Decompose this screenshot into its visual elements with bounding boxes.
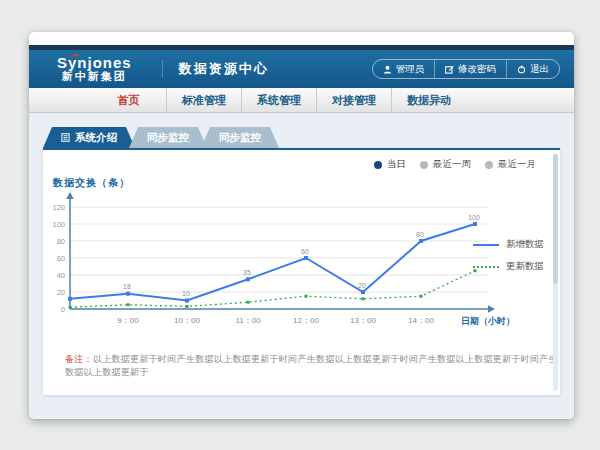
legend-line-solid-icon <box>473 244 499 246</box>
document-icon <box>61 133 70 142</box>
tab-sync-monitor-1-label: 同步监控 <box>147 127 189 148</box>
svg-text:10：00: 10：00 <box>174 316 200 325</box>
radio-dot-selected-icon <box>374 161 382 169</box>
svg-text:35: 35 <box>243 269 251 276</box>
admin-user-label: 管理员 <box>396 63 425 76</box>
data-exchange-line-chart: 0204060801001209：0010：0011：0012：0013：001… <box>48 192 518 332</box>
svg-text:80: 80 <box>57 237 65 246</box>
svg-text:13：00: 13：00 <box>350 316 376 325</box>
nav-item-interface-mgmt[interactable]: 对接管理 <box>316 88 391 112</box>
svg-text:0: 0 <box>61 305 65 314</box>
svg-text:11：00: 11：00 <box>235 316 261 325</box>
tab-system-intro[interactable]: 系统介绍 <box>43 127 135 148</box>
svg-text:18: 18 <box>123 283 131 290</box>
main-window: Synjones 新中新集团 数据资源中心 管理员 修改密码 退出 首页 标准管… <box>29 32 574 419</box>
svg-text:9：00: 9：00 <box>117 316 139 325</box>
change-password-label: 修改密码 <box>458 63 496 76</box>
radio-last-month[interactable]: 最近一月 <box>485 158 536 171</box>
app-header: Synjones 新中新集团 数据资源中心 管理员 修改密码 退出 <box>29 50 574 88</box>
chart-y-axis-title: 数据交换（条） <box>53 176 130 190</box>
tab-bar: 系统介绍 同步监控 同步监控 <box>43 127 574 148</box>
legend-item-updated-data: 更新数据 <box>473 260 544 273</box>
svg-text:60: 60 <box>301 248 309 255</box>
svg-text:10: 10 <box>182 290 190 297</box>
nav-item-standard-mgmt[interactable]: 标准管理 <box>166 88 241 112</box>
footnote: 备注：以上数据更新于时间产生数据以上数据更新于时间产生数据以上数据更新于时间产生… <box>65 353 560 379</box>
chart-legend: 新增数据 更新数据 <box>473 238 544 282</box>
tab-system-intro-label: 系统介绍 <box>75 127 117 148</box>
svg-text:120: 120 <box>52 203 65 212</box>
svg-text:14：00: 14：00 <box>408 316 434 325</box>
scrollbar-thumb[interactable] <box>553 154 558 284</box>
panel-scrollbar[interactable] <box>553 154 558 391</box>
logout-label: 退出 <box>530 63 549 76</box>
radio-today-label: 当日 <box>387 158 406 171</box>
svg-text:100: 100 <box>468 214 480 221</box>
nav-item-data-change[interactable]: 数据异动 <box>391 88 466 112</box>
radio-today[interactable]: 当日 <box>374 158 406 171</box>
svg-text:100: 100 <box>52 220 65 229</box>
radio-last-week-label: 最近一周 <box>433 158 471 171</box>
svg-text:12：00: 12：00 <box>293 316 319 325</box>
legend-updated-data-label: 更新数据 <box>506 260 544 273</box>
footnote-label: 备注： <box>65 354 93 364</box>
power-icon <box>517 65 526 74</box>
svg-text:40: 40 <box>57 271 65 280</box>
tab-sync-monitor-2[interactable]: 同步监控 <box>201 127 279 148</box>
svg-text:60: 60 <box>57 254 65 263</box>
radio-dot-icon <box>485 161 493 169</box>
logo-text-en: Synjones <box>57 55 132 71</box>
admin-user-button[interactable]: 管理员 <box>373 60 435 78</box>
svg-text:20: 20 <box>358 282 366 289</box>
legend-line-dotted-icon <box>473 266 499 268</box>
company-logo: Synjones 新中新集团 <box>57 55 148 82</box>
tab-sync-monitor-1[interactable]: 同步监控 <box>129 127 207 148</box>
tab-sync-monitor-2-label: 同步监控 <box>219 127 261 148</box>
svg-text:日期（小时）: 日期（小时） <box>461 316 515 326</box>
radio-last-week[interactable]: 最近一周 <box>420 158 471 171</box>
svg-text:80: 80 <box>416 231 424 238</box>
period-radio-group: 当日 最近一周 最近一月 <box>374 158 536 171</box>
logout-button[interactable]: 退出 <box>506 60 559 78</box>
content-area: 系统介绍 同步监控 同步监控 当日 最近一周 <box>29 113 574 419</box>
user-actions: 管理员 修改密码 退出 <box>372 59 561 79</box>
svg-text:20: 20 <box>57 288 65 297</box>
radio-dot-icon <box>420 161 428 169</box>
logo-text-cn: 新中新集团 <box>57 71 132 83</box>
user-icon <box>383 65 392 74</box>
legend-item-new-data: 新增数据 <box>473 238 544 251</box>
edit-icon <box>445 65 454 74</box>
nav-item-system-mgmt[interactable]: 系统管理 <box>241 88 316 112</box>
chart-panel: 当日 最近一周 最近一月 数据交换（条） 0204060801001209：00… <box>43 148 560 395</box>
legend-new-data-label: 新增数据 <box>506 238 544 251</box>
radio-last-month-label: 最近一月 <box>498 158 536 171</box>
footnote-text: 以上数据更新于时间产生数据以上数据更新于时间产生数据以上数据更新于时间产生数据以… <box>65 354 558 377</box>
page-title: 数据资源中心 <box>162 60 269 78</box>
change-password-button[interactable]: 修改密码 <box>434 60 506 78</box>
main-nav: 首页 标准管理 系统管理 对接管理 数据异动 <box>29 88 574 113</box>
nav-item-home[interactable]: 首页 <box>91 88 166 112</box>
